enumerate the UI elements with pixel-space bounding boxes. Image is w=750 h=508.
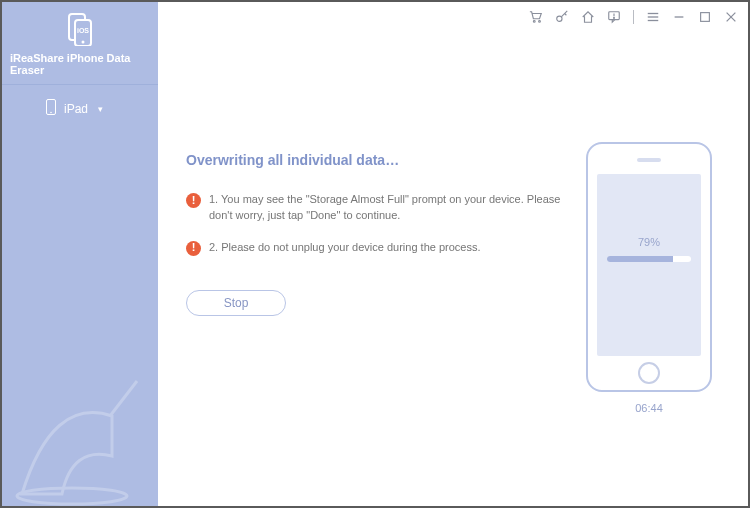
- warning-text: 1. You may see the "Storage Almost Full"…: [209, 192, 566, 224]
- progress-bar: [607, 256, 691, 262]
- svg-point-9: [539, 21, 541, 23]
- svg-point-13: [614, 17, 615, 18]
- svg-rect-18: [701, 13, 710, 22]
- sidebar: iOS iReaShare iPhone Data Eraser iPad ▾: [2, 2, 158, 506]
- warning-text: 2. Please do not unplug your device duri…: [209, 240, 481, 256]
- device-preview: 79% 06:44: [586, 142, 712, 414]
- warning-row: ! 2. Please do not unplug your device du…: [186, 240, 566, 256]
- key-icon[interactable]: [555, 10, 569, 24]
- device-screen: 79%: [597, 174, 701, 356]
- svg-point-8: [533, 21, 535, 23]
- close-button[interactable]: [724, 10, 738, 24]
- device-label: iPad: [64, 102, 88, 116]
- home-icon[interactable]: [581, 10, 595, 24]
- minimize-button[interactable]: [672, 10, 686, 24]
- stop-button[interactable]: Stop: [186, 290, 286, 316]
- menu-icon[interactable]: [646, 10, 660, 24]
- titlebar-divider: [633, 10, 634, 24]
- exclamation-icon: !: [186, 193, 201, 208]
- brand-block: iOS iReaShare iPhone Data Eraser: [2, 2, 158, 85]
- warning-row: ! 1. You may see the "Storage Almost Ful…: [186, 192, 566, 224]
- svg-point-10: [557, 16, 562, 21]
- exclamation-icon: !: [186, 241, 201, 256]
- progress-fill: [607, 256, 673, 262]
- device-home-button-icon: [638, 362, 660, 384]
- svg-text:iOS: iOS: [77, 27, 89, 34]
- progress-percent: 79%: [597, 236, 701, 248]
- status-heading: Overwriting all individual data…: [186, 152, 566, 168]
- feedback-icon[interactable]: [607, 10, 621, 24]
- elapsed-time: 06:44: [586, 402, 712, 414]
- svg-point-6: [17, 488, 127, 504]
- device-selector[interactable]: iPad ▾: [2, 85, 158, 132]
- main-panel: Overwriting all individual data… ! 1. Yo…: [158, 2, 748, 506]
- brand-logo-icon: iOS: [10, 12, 150, 46]
- titlebar: [529, 10, 738, 24]
- device-icon: [46, 99, 56, 118]
- cart-icon[interactable]: [529, 10, 543, 24]
- maximize-button[interactable]: [698, 10, 712, 24]
- content-block: Overwriting all individual data… ! 1. Yo…: [186, 152, 566, 506]
- chevron-down-icon: ▾: [98, 104, 103, 114]
- svg-point-2: [82, 41, 85, 44]
- svg-line-7: [110, 381, 137, 416]
- device-outline-icon: 79%: [586, 142, 712, 392]
- brand-title: iReaShare iPhone Data Eraser: [10, 52, 150, 76]
- svg-point-5: [50, 112, 52, 114]
- device-speaker-icon: [637, 158, 661, 162]
- sidebar-decoration-icon: [2, 356, 158, 506]
